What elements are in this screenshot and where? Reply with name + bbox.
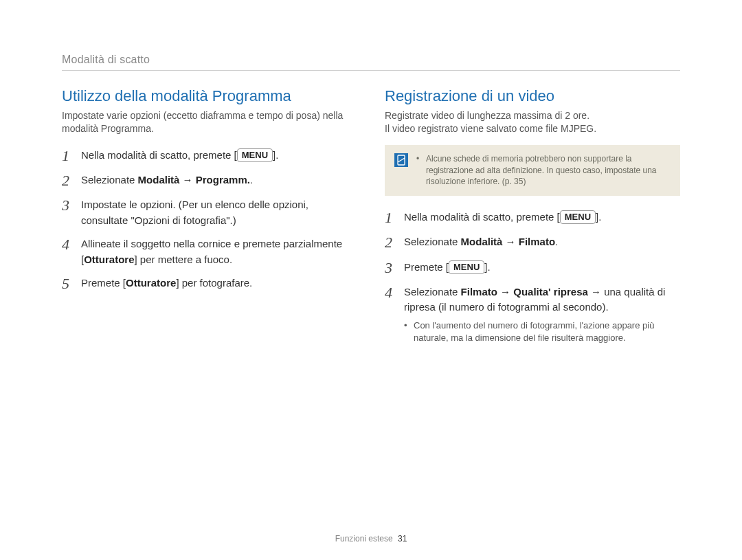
page-footer: Funzioni estese 31 (0, 534, 742, 544)
intro-right-1: Registrate video di lunghezza massima di… (385, 109, 680, 122)
text: Nella modalità di scatto, premete [ (404, 211, 560, 223)
text: Nella modalità di scatto, premete [ (81, 149, 237, 161)
text: . (250, 174, 253, 186)
menu-button-label: MENU (560, 210, 596, 224)
bold-text: Modalità → Programm. (138, 174, 250, 186)
step-number: 2 (62, 172, 74, 189)
left-column: Utilizzo della modalità Programma Impost… (62, 87, 357, 344)
divider (62, 70, 680, 71)
step-text: Premete [MENU]. (404, 260, 680, 276)
step-text: Impostate le opzioni. (Per un elenco del… (81, 197, 357, 228)
steps-right: 1 Nella modalità di scatto, premete [MEN… (385, 210, 680, 344)
text: Selezionate (404, 286, 461, 298)
menu-button-label: MENU (449, 260, 484, 274)
step-row: 2 Selezionate Modalità → Programm.. (62, 172, 357, 189)
step-row: 4 Allineate il soggetto nella cornice e … (62, 236, 357, 267)
text: ] per mettere a fuoco. (135, 254, 233, 265)
step-row: 3 Impostate le opzioni. (Per un elenco d… (62, 197, 357, 228)
step-row: 1 Nella modalità di scatto, premete [MEN… (385, 210, 680, 226)
content-columns: Utilizzo della modalità Programma Impost… (62, 87, 680, 344)
step-row: 1 Nella modalità di scatto, premete [MEN… (62, 148, 357, 164)
footer-page-number: 31 (398, 534, 407, 544)
text: ]. (273, 149, 278, 161)
step-text: Selezionate Filmato → Qualita' ripresa →… (404, 284, 680, 344)
bold-text: Otturatore (126, 277, 176, 289)
text: ] per fotografare. (176, 277, 252, 289)
note-bullet: Alcune schede di memoria potrebbero non … (416, 153, 671, 188)
text: Selezionate (404, 236, 461, 247)
step-number: 4 (62, 236, 74, 267)
step-number: 2 (385, 234, 397, 251)
step-number: 3 (62, 197, 74, 228)
text: Premete [ (81, 277, 126, 289)
text: Selezionate (81, 174, 138, 186)
text: Premete [ (404, 261, 449, 273)
step-text: Selezionate Modalità → Programm.. (81, 172, 357, 189)
section-title-right: Registrazione di un video (385, 87, 680, 105)
note-text: Alcune schede di memoria potrebbero non … (416, 153, 671, 188)
running-head: Modalità di scatto (62, 54, 680, 66)
step-text: Nella modalità di scatto, premete [MENU]… (81, 148, 357, 164)
step-number: 5 (62, 276, 74, 292)
step-text: Nella modalità di scatto, premete [MENU]… (404, 210, 680, 226)
step-text: Selezionate Modalità → Filmato. (404, 234, 680, 251)
step-text: Allineate il soggetto nella cornice e pr… (81, 236, 357, 267)
note-box: Alcune schede di memoria potrebbero non … (385, 145, 680, 196)
text: ]. (484, 261, 490, 273)
step-row: 4 Selezionate Filmato → Qualita' ripresa… (385, 284, 680, 344)
manual-page: Modalità di scatto Utilizzo della modali… (0, 0, 742, 560)
footer-label: Funzioni estese (335, 534, 393, 544)
note-icon (394, 153, 408, 167)
menu-button-label: MENU (237, 148, 273, 162)
step-number: 1 (385, 210, 397, 226)
step-row: 3 Premete [MENU]. (385, 260, 680, 276)
bold-text: Filmato → Qualita' ripresa (461, 286, 588, 298)
steps-left: 1 Nella modalità di scatto, premete [MEN… (62, 148, 357, 293)
intro-left: Impostate varie opzioni (eccetto diafram… (62, 109, 357, 135)
step-sub-bullet: Con l'aumento del numero di fotogrammi, … (404, 320, 680, 344)
step-number: 1 (62, 148, 74, 164)
bold-text: Otturatore (84, 254, 134, 265)
step-text: Premete [Otturatore] per fotografare. (81, 276, 357, 292)
text: . (555, 236, 558, 247)
intro-right-2: Il video registrato viene salvato come f… (385, 122, 680, 135)
bold-text: Modalità → Filmato (461, 236, 556, 247)
step-row: 2 Selezionate Modalità → Filmato. (385, 234, 680, 251)
step-number: 4 (385, 284, 397, 344)
step-number: 3 (385, 260, 397, 276)
step-row: 5 Premete [Otturatore] per fotografare. (62, 276, 357, 292)
right-column: Registrazione di un video Registrate vid… (385, 87, 680, 344)
section-title-left: Utilizzo della modalità Programma (62, 87, 357, 105)
text: ]. (596, 211, 601, 223)
